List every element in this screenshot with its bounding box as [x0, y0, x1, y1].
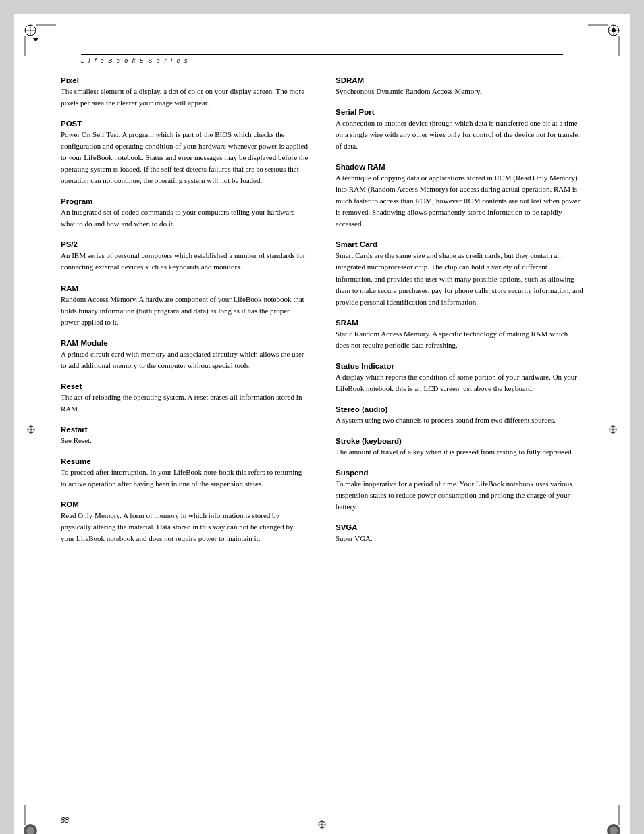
entry-definition: To make inoperative for a period of time… [336, 478, 583, 513]
entry-term: ROM [61, 500, 308, 509]
entry-definition: A display which reports the condition of… [336, 371, 583, 394]
right-entry-7: Stroke (keyboard)The amount of travel of… [336, 437, 583, 458]
right-entry-6: Stereo (audio)A system using two channel… [336, 405, 583, 426]
entry-term: Stereo (audio) [336, 405, 583, 413]
entry-term: Status Indicator [336, 362, 583, 370]
left-entry-4: RAMRandom Access Memory. A hardware comp… [61, 284, 308, 328]
entry-term: SDRAM [336, 76, 583, 84]
page-number: 88 [61, 816, 69, 824]
right-entry-5: Status IndicatorA display which reports … [336, 362, 583, 394]
entry-definition: Smart Cards are the same size and shape … [336, 250, 583, 307]
entry-definition: A technique of copying data or applicati… [336, 172, 583, 230]
right-entry-8: SuspendTo make inoperative for a period … [336, 469, 583, 513]
left-entry-9: ROMRead Only Memory. A form of memory in… [61, 500, 308, 544]
entry-term: Resume [61, 457, 308, 465]
corner-decoration-tr [587, 24, 620, 57]
left-entry-8: ResumeTo proceed after interruption. In … [61, 457, 308, 490]
entry-definition: Synchronous Dynamic Random Access Memory… [336, 86, 583, 97]
entry-definition: Super VGA. [336, 533, 583, 544]
right-entry-9: SVGASuper VGA. [336, 523, 583, 544]
entry-definition: To proceed after interruption. In your L… [61, 467, 308, 490]
left-entry-2: ProgramAn integrated set of coded comman… [61, 197, 308, 230]
entry-definition: Read Only Memory. A form of memory in wh… [61, 510, 308, 544]
left-column: PixelThe smallest element of a display, … [61, 76, 308, 555]
entry-term: Pixel [61, 76, 308, 84]
left-entry-7: RestartSee Reset. [61, 425, 308, 446]
side-mark-left [27, 419, 35, 442]
page: L i f e B o o k E S e r i e s PixelThe s… [14, 14, 630, 834]
right-entry-2: Shadow RAMA technique of copying data or… [336, 163, 583, 230]
entry-definition: A printed circuit card with memory and a… [61, 348, 308, 371]
entry-definition: An integrated set of coded commands to y… [61, 207, 308, 230]
header-rule [81, 54, 563, 55]
side-mark-right [609, 419, 617, 442]
corner-decoration-br [587, 804, 620, 834]
content-columns: PixelThe smallest element of a display, … [61, 76, 583, 555]
right-entry-0: SDRAMSynchronous Dynamic Random Access M… [336, 76, 583, 97]
header-series: L i f e B o o k E S e r i e s [81, 57, 583, 64]
right-entry-3: Smart CardSmart Cards are the same size … [336, 240, 583, 307]
entry-term: POST [61, 120, 308, 128]
corner-decoration-tl [24, 24, 57, 57]
entry-definition: An IBM series of personal computers whic… [61, 250, 308, 273]
entry-term: RAM [61, 284, 308, 292]
entry-term: SRAM [336, 319, 583, 327]
entry-term: Stroke (keyboard) [336, 437, 583, 445]
left-entry-3: PS/2An IBM series of personal computers … [61, 240, 308, 273]
entry-term: PS/2 [61, 240, 308, 249]
entry-term: Restart [61, 425, 308, 434]
left-entry-1: POSTPower On Self Test. A program which … [61, 120, 308, 186]
entry-definition: Random Access Memory. A hardware compone… [61, 294, 308, 328]
entry-definition: The act of reloading the operating syste… [61, 392, 308, 415]
left-entry-6: ResetThe act of reloading the operating … [61, 382, 308, 415]
entry-term: SVGA [336, 523, 583, 531]
entry-term: Smart Card [336, 240, 583, 249]
left-entry-0: PixelThe smallest element of a display, … [61, 76, 308, 109]
entry-definition: Power On Self Test. A program which is p… [61, 129, 308, 186]
right-entry-1: Serial PortA connection to another devic… [336, 108, 583, 152]
entry-term: Program [61, 197, 308, 205]
entry-definition: A connection to another device through w… [336, 118, 583, 152]
left-entry-5: RAM ModuleA printed circuit card with me… [61, 339, 308, 371]
entry-definition: A system using two channels to process s… [336, 415, 583, 426]
entry-definition: The smallest element of a display, a dot… [61, 86, 308, 109]
entry-term: Shadow RAM [336, 163, 583, 171]
entry-definition: See Reset. [61, 435, 308, 446]
corner-decoration-bl [24, 804, 57, 834]
entry-definition: Static Random Access Memory. A specific … [336, 328, 583, 351]
entry-definition: The amount of travel of a key when it is… [336, 446, 583, 458]
svg-marker-5 [33, 38, 38, 41]
entry-term: Reset [61, 382, 308, 390]
entry-term: Suspend [336, 469, 583, 477]
svg-point-11 [612, 28, 616, 32]
right-entry-4: SRAMStatic Random Access Memory. A speci… [336, 319, 583, 351]
entry-term: RAM Module [61, 339, 308, 347]
entry-term: Serial Port [336, 108, 583, 116]
right-column: SDRAMSynchronous Dynamic Random Access M… [336, 76, 583, 555]
bottom-center-mark [315, 818, 329, 834]
